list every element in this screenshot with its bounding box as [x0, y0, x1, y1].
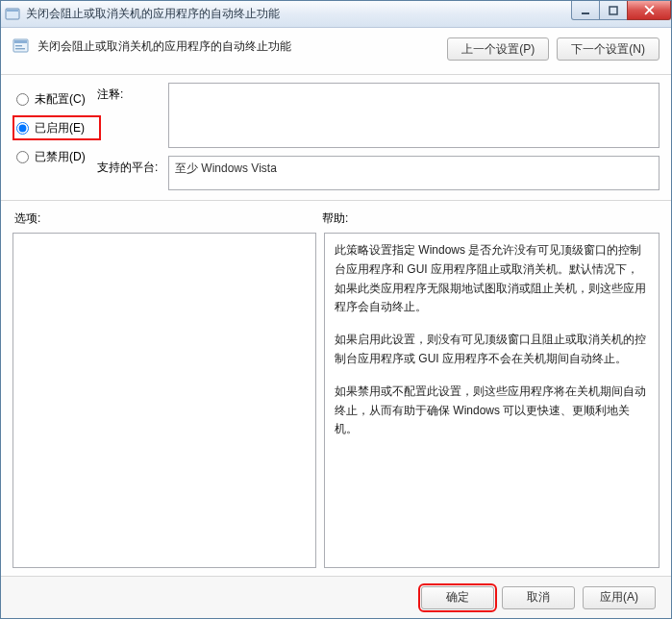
- help-pane: 此策略设置指定 Windows 是否允许没有可见顶级窗口的控制台应用程序和 GU…: [324, 233, 660, 568]
- cancel-button[interactable]: 取消: [502, 586, 575, 609]
- right-config-column: 注释: 支持的平台: 至少 Windows Vista: [97, 83, 660, 190]
- policy-icon: [12, 37, 30, 55]
- titlebar-text: 关闭会阻止或取消关机的应用程序的自动终止功能: [26, 6, 280, 22]
- content-area: 关闭会阻止或取消关机的应用程序的自动终止功能 上一个设置(P) 下一个设置(N)…: [1, 28, 671, 618]
- notes-textarea[interactable]: [168, 83, 660, 148]
- header-left: 关闭会阻止或取消关机的应用程序的自动终止功能: [12, 37, 447, 55]
- ok-button[interactable]: 确定: [421, 586, 494, 609]
- svg-rect-3: [610, 7, 617, 14]
- maximize-button[interactable]: [599, 1, 628, 20]
- radio-enabled-input[interactable]: [16, 122, 29, 135]
- apply-button[interactable]: 应用(A): [583, 586, 656, 609]
- options-label: 选项:: [14, 210, 322, 227]
- svg-rect-6: [15, 45, 22, 46]
- radio-not-configured-input[interactable]: [16, 93, 29, 106]
- platform-row: 支持的平台: 至少 Windows Vista: [97, 156, 660, 190]
- platform-label: 支持的平台:: [97, 156, 168, 176]
- notes-label: 注释:: [97, 83, 168, 103]
- help-paragraph-3: 如果禁用或不配置此设置，则这些应用程序将在关机期间自动终止，从而有助于确保 Wi…: [335, 383, 649, 439]
- header-row: 关闭会阻止或取消关机的应用程序的自动终止功能 上一个设置(P) 下一个设置(N): [1, 28, 671, 75]
- help-paragraph-2: 如果启用此设置，则没有可见顶级窗口且阻止或取消关机的控制台应用程序或 GUI 应…: [335, 331, 649, 369]
- minimize-button[interactable]: [571, 1, 600, 20]
- notes-row: 注释:: [97, 83, 660, 148]
- nav-buttons: 上一个设置(P) 下一个设置(N): [447, 37, 660, 61]
- options-pane: [12, 233, 316, 568]
- next-setting-button[interactable]: 下一个设置(N): [557, 37, 660, 61]
- config-area: 未配置(C) 已启用(E) 已禁用(D) 注释: 支持的平台:: [1, 75, 671, 196]
- radio-disabled-input[interactable]: [16, 151, 29, 163]
- radio-not-configured-label: 未配置(C): [35, 91, 86, 108]
- svg-rect-7: [15, 48, 25, 49]
- window-controls: [572, 1, 671, 20]
- dialog-window: 关闭会阻止或取消关机的应用程序的自动终止功能: [0, 0, 672, 619]
- radio-not-configured[interactable]: 未配置(C): [16, 87, 97, 111]
- app-icon: [5, 7, 20, 22]
- titlebar: 关闭会阻止或取消关机的应用程序的自动终止功能: [1, 1, 671, 28]
- prev-setting-button[interactable]: 上一个设置(P): [447, 37, 549, 61]
- svg-rect-1: [7, 10, 18, 12]
- svg-rect-5: [14, 40, 27, 43]
- platform-box: 至少 Windows Vista: [168, 156, 660, 190]
- lower-panes: 此策略设置指定 Windows 是否允许没有可见顶级窗口的控制台应用程序和 GU…: [1, 233, 671, 576]
- footer: 确定 取消 应用(A): [1, 576, 671, 618]
- close-button[interactable]: [627, 1, 671, 20]
- policy-title: 关闭会阻止或取消关机的应用程序的自动终止功能: [37, 38, 291, 55]
- help-label: 帮助:: [322, 210, 348, 227]
- radio-enabled[interactable]: 已启用(E): [12, 115, 101, 140]
- radio-disabled[interactable]: 已禁用(D): [16, 144, 97, 169]
- svg-rect-2: [582, 12, 589, 14]
- radio-disabled-label: 已禁用(D): [35, 149, 86, 165]
- radio-group: 未配置(C) 已启用(E) 已禁用(D): [16, 83, 97, 190]
- lower-labels: 选项: 帮助:: [1, 201, 671, 233]
- radio-enabled-label: 已启用(E): [35, 120, 85, 136]
- help-paragraph-1: 此策略设置指定 Windows 是否允许没有可见顶级窗口的控制台应用程序和 GU…: [335, 241, 649, 317]
